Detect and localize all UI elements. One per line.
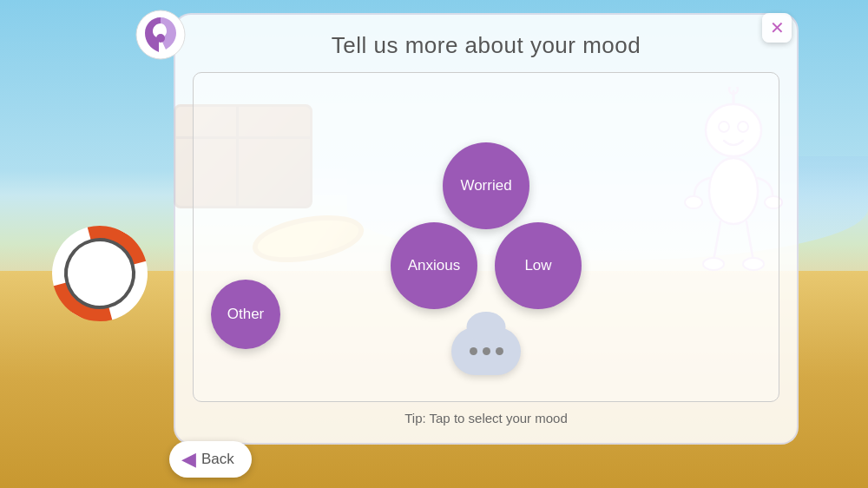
mood-selection-area: Worried Anxious Low Other xyxy=(193,72,779,402)
mood-bubble-worried[interactable]: Worried xyxy=(443,142,529,229)
svg-point-1 xyxy=(156,34,165,43)
mood-bubble-anxious[interactable]: Anxious xyxy=(391,222,477,309)
back-button-label: Back xyxy=(201,451,234,468)
more-moods-cloud[interactable] xyxy=(451,327,521,375)
cloud-dot-3 xyxy=(496,347,503,355)
back-button[interactable]: ◀ Back xyxy=(169,441,252,478)
tip-text: Tip: Tap to select your mood xyxy=(404,411,568,425)
modal-title: Tell us more about your mood xyxy=(332,32,641,59)
cloud-dot-2 xyxy=(483,347,490,355)
mood-bubble-other[interactable]: Other xyxy=(211,280,280,349)
mood-modal: Tell us more about your mood Worried Anx… xyxy=(174,13,799,445)
back-arrow-icon: ◀ xyxy=(181,448,196,471)
close-button[interactable]: ✕ xyxy=(762,13,792,43)
cloud-dot-1 xyxy=(470,347,477,355)
mood-bubble-low[interactable]: Low xyxy=(495,222,582,309)
app-logo xyxy=(135,9,187,61)
